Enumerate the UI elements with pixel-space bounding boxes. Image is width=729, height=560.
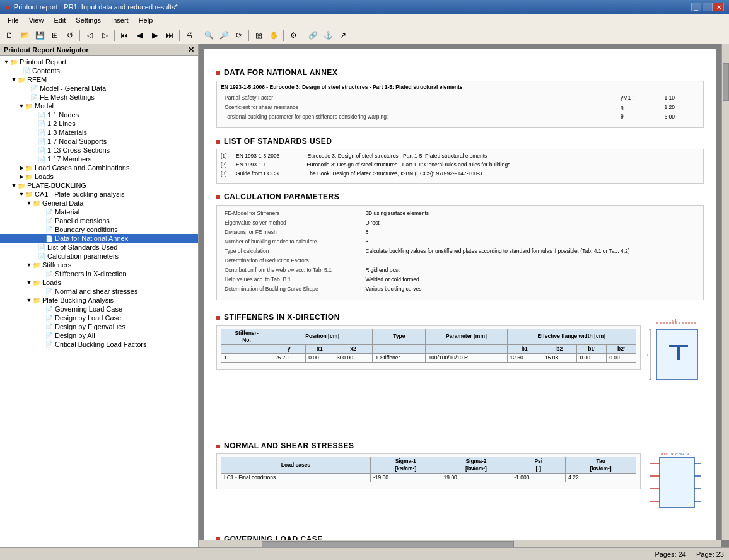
cp-val-1: 3D using surface elements xyxy=(363,209,698,218)
tree-item-printout-report[interactable]: ▼ 📁 Printout Report xyxy=(0,57,198,66)
vertical-scrollbar[interactable] xyxy=(721,44,729,540)
tree-item-design-all[interactable]: 📄 Design by All xyxy=(0,331,198,340)
doc-icon-panel-dim: 📄 xyxy=(45,218,53,225)
expand-rfem[interactable]: ▼ xyxy=(10,76,18,83)
tree-label-contents: Contents xyxy=(32,67,60,74)
cp-val-6 xyxy=(363,257,698,265)
next-button[interactable]: ▶ xyxy=(148,28,161,42)
th-b2p: b2' xyxy=(607,344,636,353)
tree-item-loads-rfem[interactable]: ▶ 📁 Loads xyxy=(0,172,198,181)
tree-item-nodes[interactable]: 📄 1.1 Nodes xyxy=(0,110,198,119)
tree-item-rfem[interactable]: ▼ 📁 RFEM xyxy=(0,75,198,84)
first-button[interactable]: ⏮ xyxy=(117,28,131,42)
v-scroll-thumb[interactable] xyxy=(723,63,729,101)
tree-item-standards[interactable]: 📄 List of Standards Used xyxy=(0,243,198,252)
zoom-in-button[interactable]: 🔍 xyxy=(202,28,216,42)
reload-button[interactable]: ↺ xyxy=(63,28,77,42)
expand-plate-buckling[interactable]: ▼ xyxy=(10,182,18,189)
pan-button[interactable]: ✋ xyxy=(267,28,281,42)
last-button[interactable]: ⏭ xyxy=(163,28,177,42)
tree-item-materials[interactable]: 📄 1.3 Materials xyxy=(0,128,198,137)
tree-item-critical-buckling[interactable]: 📄 Critical Buckling Load Factors xyxy=(0,340,198,349)
folder-icon-loads: 📁 xyxy=(33,279,40,286)
tree-item-general-data[interactable]: ▼ 📁 General Data xyxy=(0,199,198,207)
open-button[interactable]: 📂 xyxy=(18,28,32,42)
toolbar-sep-2 xyxy=(114,30,115,41)
tree-item-contents[interactable]: 📄 Contents xyxy=(0,66,198,75)
tree-item-boundary-cond[interactable]: 📄 Boundary conditions xyxy=(0,225,198,234)
tree-item-plate-buckling[interactable]: ▼ 📁 PLATE-BUCKLING xyxy=(0,181,198,190)
maximize-button[interactable]: □ xyxy=(703,3,713,11)
toolbar-sep-3 xyxy=(179,30,180,41)
stiff-b2p: 0.00 xyxy=(607,353,636,362)
tree-item-normal-shear[interactable]: 📄 Normal and shear stresses xyxy=(0,287,198,296)
tree-item-material[interactable]: 📄 Material xyxy=(0,207,198,216)
tree-item-load-cases[interactable]: ▶ 📁 Load Cases and Combinations xyxy=(0,163,198,172)
th-b2: b2 xyxy=(542,344,576,353)
tree-item-calc-params[interactable]: 📄 Calculation parameters xyxy=(0,252,198,260)
new-button[interactable]: 🗋 xyxy=(3,28,16,42)
close-button[interactable]: ✕ xyxy=(714,3,724,11)
tree-item-nodal-supports[interactable]: 📄 1.7 Nodal Supports xyxy=(0,137,198,146)
standards-header: LIST OF STANDARDS USED xyxy=(216,137,704,147)
tree-item-design-eigenvalues[interactable]: 📄 Design by Eigenvalues xyxy=(0,322,198,331)
toolbar: 🗋 📂 💾 ⊞ ↺ ◁ ▷ ⏮ ◀ ▶ ⏭ 🖨 🔍 🔎 ⟳ ▧ ✋ ⚙ 🔗 ⚓ … xyxy=(0,26,729,44)
doc-icon-design-all: 📄 xyxy=(45,332,53,339)
menu-view[interactable]: View xyxy=(24,15,49,25)
save-button[interactable]: 💾 xyxy=(33,28,47,42)
expand-ca1[interactable]: ▼ xyxy=(18,191,25,197)
save-all-button[interactable]: ⊞ xyxy=(48,28,62,42)
standards-marker xyxy=(216,140,220,144)
cp-key-9: Determination of Buckling Curve Shape xyxy=(222,285,361,293)
tree-item-lines[interactable]: 📄 1.2 Lines xyxy=(0,119,198,128)
tree-item-model-general[interactable]: 📄 Model - General Data xyxy=(0,84,198,93)
expand-loads-folder[interactable]: ▼ xyxy=(25,279,33,286)
tree-item-design-by-load[interactable]: 📄 Design by Load Case xyxy=(0,313,198,322)
tree-item-fe-mesh[interactable]: 📄 FE Mesh Settings xyxy=(0,93,198,102)
expand-printout[interactable]: ▼ xyxy=(3,59,10,65)
tree-item-stiffeners[interactable]: ▼ 📁 Stiffeners xyxy=(0,260,198,269)
settings-btn2[interactable]: ⚙ xyxy=(286,28,300,42)
print-button[interactable]: 🖨 xyxy=(182,28,196,42)
back-button[interactable]: ◁ xyxy=(83,28,96,42)
expand-pba[interactable]: ▼ xyxy=(25,297,33,303)
expand-load-cases[interactable]: ▶ xyxy=(18,165,25,171)
link-button[interactable]: 🔗 xyxy=(306,28,320,42)
th-b1p: b1' xyxy=(577,344,607,353)
std-num-3: [3] xyxy=(221,170,233,178)
anchor-button[interactable]: ⚓ xyxy=(321,28,335,42)
menu-insert[interactable]: Insert xyxy=(106,15,134,25)
h-scroll-thumb[interactable] xyxy=(262,541,514,547)
menu-settings[interactable]: Settings xyxy=(71,15,106,25)
menu-file[interactable]: File xyxy=(3,15,24,25)
minimize-button[interactable]: _ xyxy=(691,3,701,11)
cp-key-4: Number of buckling modes to calculate xyxy=(222,238,361,246)
select-button[interactable]: ▧ xyxy=(252,28,265,42)
tree-item-loads-folder[interactable]: ▼ 📁 Loads xyxy=(0,278,198,287)
horizontal-scrollbar[interactable] xyxy=(199,540,721,547)
tree-item-pba[interactable]: ▼ 📁 Plate Buckling Analysis xyxy=(0,296,198,305)
tree-item-governing-load[interactable]: 📄 Governing Load Case xyxy=(0,305,198,313)
prev-button[interactable]: ◀ xyxy=(132,28,146,42)
expand-model[interactable]: ▼ xyxy=(18,103,25,109)
rotate-button[interactable]: ⟳ xyxy=(232,28,246,42)
tree-item-nat-annex[interactable]: 📄 Data for National Annex xyxy=(0,234,198,243)
tree-item-panel-dim[interactable]: 📄 Panel dimensions xyxy=(0,216,198,225)
menu-help[interactable]: Help xyxy=(134,15,158,25)
expand-general-data[interactable]: ▼ xyxy=(25,200,33,206)
expand-stiffeners[interactable]: ▼ xyxy=(25,262,33,268)
tree-item-stiff-x[interactable]: 📄 Stiffeners in X-direction xyxy=(0,269,198,278)
tree-item-members[interactable]: 📄 1.17 Members xyxy=(0,155,198,163)
expand-loads-rfem[interactable]: ▶ xyxy=(18,173,25,180)
tree-item-ca1[interactable]: ▼ 📁 CA1 - Plate buckling analysis xyxy=(0,190,198,199)
std-num-2: [2] xyxy=(221,161,233,170)
table-row: Determination of Reduction Factors xyxy=(222,257,698,265)
menu-edit[interactable]: Edit xyxy=(49,15,71,25)
tree-item-model[interactable]: ▼ 📁 Model xyxy=(0,102,198,110)
navigator-close[interactable]: ✕ xyxy=(188,45,194,54)
zoom-out-button[interactable]: 🔎 xyxy=(217,28,231,42)
forward-button[interactable]: ▷ xyxy=(98,28,112,42)
toolbar-sep-4 xyxy=(199,30,199,41)
tree-item-cross-sections[interactable]: 📄 1.13 Cross-Sections xyxy=(0,146,198,155)
export-button[interactable]: ↗ xyxy=(336,28,350,42)
